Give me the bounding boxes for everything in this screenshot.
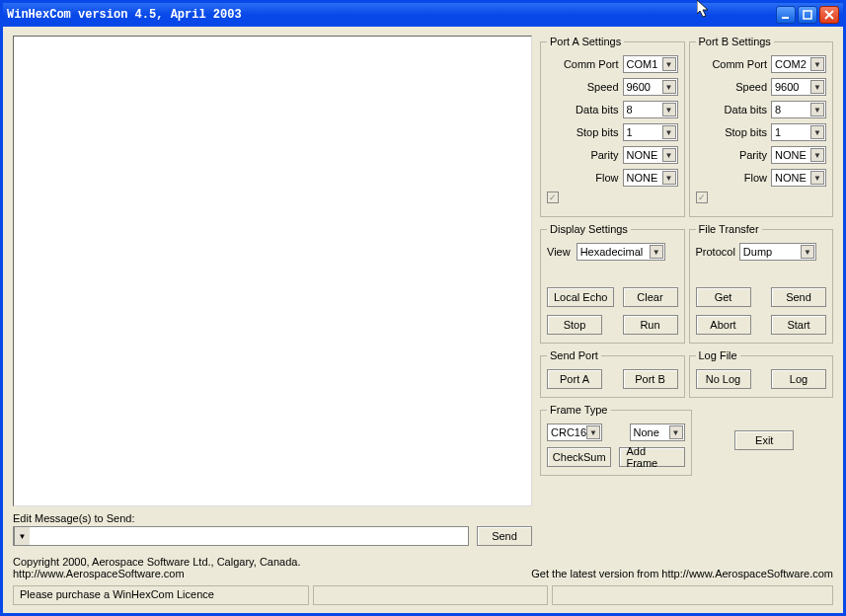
chevron-down-icon[interactable]: ▼	[810, 125, 824, 139]
port-b-parity-select[interactable]: NONE▼	[771, 146, 826, 164]
edit-message-label: Edit Message(s) to Send:	[13, 512, 532, 524]
chevron-down-icon[interactable]: ▼	[810, 171, 824, 185]
status-cell-1: Please purchase a WinHexCom Licence	[13, 585, 309, 605]
minimize-button[interactable]	[776, 6, 796, 24]
port-a-parity-select[interactable]: NONE▼	[623, 146, 678, 164]
stop-button[interactable]: Stop	[547, 315, 602, 335]
crc-select[interactable]: CRC16▼	[547, 424, 602, 441]
port-b-speed-select[interactable]: 9600▼	[771, 78, 826, 96]
output-textarea[interactable]	[13, 36, 532, 506]
app-window: WinHexCom version 4.5, April 2003 Edit M…	[0, 0, 846, 616]
chevron-down-icon[interactable]: ▼	[14, 527, 30, 545]
chevron-down-icon[interactable]: ▼	[662, 57, 676, 71]
start-button[interactable]: Start	[771, 315, 826, 335]
view-select[interactable]: Hexadecimal▼	[577, 243, 665, 261]
chevron-down-icon[interactable]: ▼	[801, 245, 814, 259]
maximize-button[interactable]	[798, 6, 817, 24]
exit-button[interactable]: Exit	[734, 430, 794, 450]
edit-message-combo[interactable]: ▼	[13, 526, 469, 546]
chevron-down-icon[interactable]: ▼	[662, 103, 676, 116]
port-a-enable-checkbox[interactable]: ✓	[547, 192, 559, 203]
status-cell-3	[552, 585, 833, 605]
port-b-flow-select[interactable]: NONE▼	[771, 169, 826, 187]
file-send-button[interactable]: Send	[771, 287, 826, 307]
port-b-comm-select[interactable]: COM2▼	[771, 55, 826, 73]
status-cell-2	[313, 585, 548, 605]
chevron-down-icon[interactable]: ▼	[810, 57, 824, 71]
port-b-stopbits-select[interactable]: 1▼	[771, 123, 826, 141]
run-button[interactable]: Run	[623, 315, 678, 335]
port-a-flow-select[interactable]: NONE▼	[623, 169, 678, 187]
copyright-text: Copyright 2000, Aerospace Software Ltd.,…	[13, 556, 300, 579]
chevron-down-icon[interactable]: ▼	[586, 425, 600, 439]
port-a-speed-select[interactable]: 9600▼	[623, 78, 678, 96]
protocol-select[interactable]: Dump▼	[739, 243, 816, 261]
local-echo-button[interactable]: Local Echo	[547, 287, 614, 307]
get-button[interactable]: Get	[696, 287, 751, 307]
port-a-settings: Port A Settings Comm Port COM1▼ Speed 96…	[540, 36, 685, 217]
port-b-enable-checkbox[interactable]: ✓	[696, 192, 708, 203]
chevron-down-icon[interactable]: ▼	[662, 171, 676, 185]
checksum-button[interactable]: CheckSum	[547, 447, 611, 467]
chevron-down-icon[interactable]: ▼	[810, 148, 824, 162]
svg-rect-0	[782, 17, 789, 19]
chevron-down-icon[interactable]: ▼	[662, 125, 676, 139]
chevron-down-icon[interactable]: ▼	[669, 425, 683, 439]
log-button[interactable]: Log	[771, 369, 826, 389]
chevron-down-icon[interactable]: ▼	[662, 148, 676, 162]
port-a-databits-select[interactable]: 8▼	[623, 101, 678, 118]
statusbar: Please purchase a WinHexCom Licence	[13, 585, 833, 605]
chevron-down-icon[interactable]: ▼	[650, 245, 663, 259]
no-log-button[interactable]: No Log	[696, 369, 751, 389]
frame-none-select[interactable]: None▼	[630, 424, 685, 441]
send-port: Send Port Port APort B	[540, 349, 685, 398]
clear-button[interactable]: Clear	[623, 287, 678, 307]
svg-rect-1	[804, 11, 811, 19]
port-b-button[interactable]: Port B	[623, 369, 678, 389]
chevron-down-icon[interactable]: ▼	[662, 80, 676, 94]
titlebar: WinHexCom version 4.5, April 2003	[3, 3, 843, 27]
chevron-down-icon[interactable]: ▼	[810, 103, 824, 116]
latest-version-text: Get the latest version from http://www.A…	[531, 568, 833, 579]
close-button[interactable]	[819, 6, 839, 24]
port-a-comm-select[interactable]: COM1▼	[623, 55, 678, 73]
port-b-settings: Port B Settings Comm Port COM2▼ Speed 96…	[689, 36, 834, 217]
file-transfer: File Transfer Protocol Dump▼ GetSend Abo…	[689, 223, 834, 344]
send-button[interactable]: Send	[477, 526, 532, 546]
abort-button[interactable]: Abort	[696, 315, 751, 335]
add-frame-button[interactable]: Add Frame	[619, 447, 684, 467]
port-b-databits-select[interactable]: 8▼	[771, 101, 826, 118]
port-a-button[interactable]: Port A	[547, 369, 602, 389]
display-settings: Display Settings View Hexadecimal▼ Local…	[540, 223, 685, 344]
port-a-stopbits-select[interactable]: 1▼	[623, 123, 678, 141]
window-title: WinHexCom version 4.5, April 2003	[7, 8, 776, 22]
log-file: Log File No LogLog	[689, 349, 834, 398]
chevron-down-icon[interactable]: ▼	[810, 80, 824, 94]
frame-type: Frame Type CRC16▼ None▼ CheckSumAdd Fram…	[540, 404, 692, 476]
